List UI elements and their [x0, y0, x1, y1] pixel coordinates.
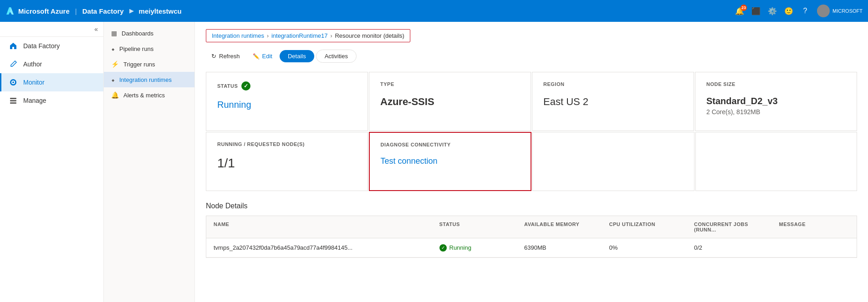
node-details-title: Node Details — [206, 202, 857, 210]
brand-separator: | — [75, 7, 77, 15]
type-value: Azure-SSIS — [380, 96, 520, 108]
sidebar-item-monitor[interactable]: Monitor — [0, 73, 103, 91]
secondary-nav-dashboards[interactable]: ▦ Dashboards — [104, 25, 194, 41]
main-layout: « Data Factory Author Monitor Manage — [0, 22, 868, 302]
empty-card-1 — [532, 132, 694, 191]
collapse-icon[interactable]: « — [94, 25, 98, 33]
node-size-label: NODE SIZE — [706, 81, 846, 87]
instance-name: meiyltestwcu — [139, 7, 182, 15]
details-tab[interactable]: Details — [280, 50, 314, 62]
status-value: Running — [217, 100, 357, 110]
notifications-icon[interactable]: 🔔 23 — [735, 6, 744, 15]
breadcrumb-sep-2: › — [330, 33, 332, 39]
details-label: Details — [288, 53, 306, 60]
sidebar-label-author: Author — [23, 60, 42, 68]
col-header-name: NAME — [206, 220, 432, 234]
secondary-label-pipeline-runs: Pipeline runs — [119, 45, 153, 52]
monitor-icon — [9, 78, 18, 87]
user-label: MICROSOFT — [832, 8, 863, 14]
row-memory: 6390MB — [517, 242, 602, 253]
diagnose-label: DIAGNOSE CONNECTIVITY — [381, 142, 520, 147]
azure-logo-icon — [5, 6, 15, 15]
service-name: Data Factory — [82, 7, 124, 15]
type-card: TYPE Azure-SSIS — [369, 72, 531, 131]
secondary-nav-trigger-runs[interactable]: ⚡ Trigger runs — [104, 56, 194, 72]
sidebar-label-manage: Manage — [23, 97, 46, 104]
breadcrumb-runtime[interactable]: integrationRuntime17 — [271, 32, 328, 39]
node-size-card: NODE SIZE Standard_D2_v3 2 Core(s), 8192… — [695, 72, 857, 131]
node-size-subvalue: 2 Core(s), 8192MB — [706, 108, 846, 116]
svg-rect-5 — [10, 98, 16, 99]
col-header-status: STATUS — [432, 220, 517, 234]
brand: Microsoft Azure | Data Factory ▶ meiylte… — [5, 6, 182, 15]
refresh-button[interactable]: ↻ Refresh — [206, 50, 245, 62]
sidebar-item-manage[interactable]: Manage — [0, 91, 103, 110]
empty-card-2 — [695, 132, 858, 191]
node-details-table: NAME STATUS AVAILABLE MEMORY CPU UTILIZA… — [206, 216, 857, 258]
edit-icon: ✏️ — [253, 53, 260, 60]
secondary-label-dashboards: Dashboards — [122, 30, 153, 37]
secondary-label-integration-runtimes: Integration runtimes — [119, 76, 172, 83]
running-nodes-value: 1/1 — [217, 156, 357, 171]
secondary-label-alerts-metrics: Alerts & metrics — [123, 92, 165, 99]
smiley-icon[interactable]: 🙂 — [784, 6, 793, 15]
col-header-jobs: CONCURRENT JOBS (RUNN... — [687, 220, 772, 234]
breadcrumb-integration-runtimes[interactable]: Integration runtimes — [212, 32, 264, 39]
row-status: ✓ Running — [432, 242, 517, 253]
diagnose-card: DIAGNOSE CONNECTIVITY Test connection — [369, 132, 532, 191]
avatar — [817, 5, 830, 17]
svg-rect-7 — [10, 102, 16, 104]
running-nodes-label: RUNNING / REQUESTED NODE(S) — [217, 141, 357, 147]
row-jobs: 0/2 — [687, 242, 772, 253]
secondary-label-trigger-runs: Trigger runs — [123, 61, 155, 68]
secondary-nav-pipeline-runs[interactable]: ⬥ Pipeline runs — [104, 41, 194, 56]
sidebar-label-monitor: Monitor — [23, 79, 45, 86]
row-name: tvmps_2a207432f0da7b6a45a79acd77a4f99841… — [206, 242, 432, 253]
region-value: East US 2 — [543, 96, 683, 108]
cards-row-2: RUNNING / REQUESTED NODE(S) 1/1 DIAGNOSE… — [206, 132, 857, 191]
svg-rect-6 — [10, 100, 16, 101]
status-green-icon: ✓ — [241, 81, 250, 91]
edit-button[interactable]: ✏️ Edit — [247, 50, 278, 62]
nav-collapse: « — [0, 22, 103, 37]
edit-label: Edit — [262, 53, 272, 60]
test-connection-button[interactable]: Test connection — [381, 156, 520, 166]
secondary-nav-alerts-metrics[interactable]: 🔔 Alerts & metrics — [104, 87, 194, 103]
col-header-memory: AVAILABLE MEMORY — [517, 220, 602, 234]
integration-icon: ⬥ — [111, 76, 115, 83]
region-card: REGION East US 2 — [532, 72, 694, 131]
activities-tab[interactable]: Activities — [316, 50, 357, 63]
toolbar: ↻ Refresh ✏️ Edit Details Activities — [206, 50, 857, 63]
col-header-message: MESSAGE — [772, 220, 857, 234]
status-label: STATUS ✓ — [217, 81, 357, 91]
sidebar-item-data-factory[interactable]: Data Factory — [0, 37, 103, 55]
secondary-nav-integration-runtimes[interactable]: ⬥ Integration runtimes — [104, 72, 194, 87]
pipeline-icon: ⬥ — [111, 45, 115, 52]
dashboards-icon: ▦ — [111, 30, 117, 37]
cloud-shell-icon[interactable]: ⬛ — [751, 6, 761, 15]
table-row: tvmps_2a207432f0da7b6a45a79acd77a4f99841… — [206, 238, 857, 257]
running-nodes-card: RUNNING / REQUESTED NODE(S) 1/1 — [206, 132, 368, 191]
activities-label: Activities — [325, 53, 348, 60]
settings-icon[interactable]: ⚙️ — [768, 6, 777, 15]
manage-icon — [9, 96, 18, 105]
running-status-badge: ✓ Running — [439, 244, 471, 252]
sidebar-item-author[interactable]: Author — [0, 55, 103, 73]
top-bar-right: 🔔 23 ⬛ ⚙️ 🙂 ? MICROSOFT — [735, 5, 863, 17]
left-nav: « Data Factory Author Monitor Manage — [0, 22, 104, 302]
svg-point-4 — [12, 81, 14, 83]
status-icon-small: ✓ — [439, 244, 447, 252]
refresh-label: Refresh — [219, 53, 240, 60]
secondary-nav: ▦ Dashboards ⬥ Pipeline runs ⚡ Trigger r… — [104, 22, 195, 302]
refresh-icon: ↻ — [211, 53, 216, 60]
region-label: REGION — [543, 81, 683, 87]
help-icon[interactable]: ? — [801, 6, 810, 15]
notification-badge: 23 — [740, 5, 747, 11]
node-details-section: Node Details NAME STATUS AVAILABLE MEMOR… — [206, 202, 857, 258]
user-info[interactable]: MICROSOFT — [817, 5, 863, 17]
alerts-icon: 🔔 — [111, 91, 119, 99]
col-header-cpu: CPU UTILIZATION — [602, 220, 687, 234]
row-cpu: 0% — [602, 242, 687, 253]
home-icon — [9, 41, 18, 50]
cards-row-1: STATUS ✓ Running TYPE Azure-SSIS REGION … — [206, 72, 857, 131]
